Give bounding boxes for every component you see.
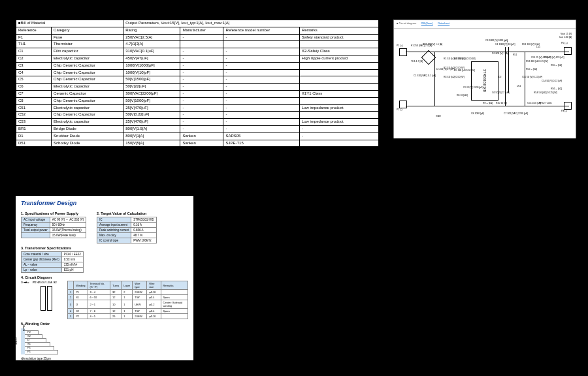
sec1-heading: 1. Specifications of Power Supply bbox=[21, 212, 86, 215]
lbl-vout: Vout 15 [V] bbox=[561, 33, 572, 35]
winding-layer: S2 bbox=[25, 334, 42, 339]
table-row: Frequency50 / 60Hz bbox=[22, 223, 86, 228]
lbl-c52: C52 50 [V] 0.22 [uF] bbox=[522, 76, 542, 78]
bom-col-header: Manufacturer bbox=[180, 27, 223, 34]
schematic-panel: ■ Circuit diagram DB (0mm) Datasheet STR… bbox=[393, 20, 576, 138]
table-row: C2Electrolytic capacitor450[V]47[uF]--Hi… bbox=[16, 55, 379, 62]
bom-output-params: Output Parameters, Vout:15[V], Iout_typ:… bbox=[123, 20, 379, 27]
circuit-mini-diagram: 15.0V/1.00A P2 P1 D ⟶ Vcc S2 NP S bbox=[21, 281, 62, 319]
lbl-th1: TH1 4.7 [Ω] bbox=[411, 60, 423, 63]
sheld-label: Sheld bbox=[22, 324, 25, 331]
table-row: C1Film capacitor310[VAC]0.1[uF]--X2-Safe… bbox=[16, 48, 379, 55]
bom-panel: ■Bill of MaterialOutput Parameters, Vout… bbox=[16, 20, 379, 147]
lbl-r54: R54 5.6 [kΩ] 0.125 [W] bbox=[534, 91, 557, 94]
lbl-u51: U51 bbox=[517, 85, 521, 87]
lbl-c53: C53 25 [V] 470 [uF] bbox=[544, 56, 564, 59]
lbl-p1: P1 (+) bbox=[397, 44, 403, 47]
winding-layer: P2 bbox=[25, 330, 39, 335]
lbl-r4: R4 180 [kΩ] 0.50 [W] bbox=[454, 57, 476, 60]
winding-layer: D bbox=[25, 338, 46, 343]
bom-title: ■Bill of Material bbox=[16, 20, 123, 27]
table-row: C7Ceramic Capacitor300[VAC]2200[pF]--X1Y… bbox=[16, 90, 379, 97]
bom-col-header: Rating bbox=[123, 27, 180, 34]
datasheet-link[interactable]: Datasheet bbox=[438, 22, 449, 25]
lbl-c8: C8 1000 [pF] bbox=[471, 112, 484, 115]
bom-col-header: Reference model number bbox=[223, 27, 299, 34]
table-row: 3D2→1101UEWφ0.2Center: Solenoid winding bbox=[67, 300, 188, 309]
lbl-ps: P5 (+) bbox=[561, 42, 568, 44]
table-row: C52Chip Ceramic Capacitor50[V]0.22[uF]-- bbox=[16, 112, 379, 119]
sec2-heading: 2. Target Value of Calculation bbox=[97, 212, 157, 215]
xfmr-title: Transformer Design bbox=[21, 200, 188, 206]
lbl-br1: BR1 800 [V] 1.5 [A] bbox=[423, 43, 442, 46]
lbl-r3: R3 3.0 [kΩ] 0.50 [W] bbox=[444, 76, 465, 78]
schematic-tab: ■ Circuit diagram bbox=[397, 22, 416, 25]
lbl-pn: P3 (-) bbox=[561, 110, 567, 112]
insulation-note: ※Insulation tape 25µm bbox=[21, 357, 188, 360]
lbl-r53: R53 100 [kΩ 0.25 [W] bbox=[526, 60, 548, 63]
sec3-table: Core material / sizePC40 / EE22Center ga… bbox=[21, 251, 84, 273]
lbl-c6: C6 50 [V] 22 [uF] bbox=[492, 91, 509, 94]
port-p5 bbox=[564, 47, 572, 55]
table-row: BR1Bridge Diode800[V]1.5[A]--- bbox=[16, 125, 379, 133]
lbl-r6: R6 10 [kΩ] bbox=[457, 94, 468, 97]
winding-layer: P1 bbox=[25, 350, 58, 354]
sec4-heading: 4. Circuit Diagram bbox=[21, 275, 188, 279]
sec4-table: WindingTerminal No.(S→F)TurnsLayerWire t… bbox=[67, 281, 188, 319]
table-row: 15.0W(Peak load) bbox=[22, 233, 86, 238]
lbl-t1: T1 bbox=[505, 40, 508, 43]
table-row: C3Chip Ceramic Capacitor1000[V]1000[pF]-… bbox=[16, 62, 379, 69]
lbl-c7: C7 300 [VAC] 2200 [pF] bbox=[504, 112, 528, 115]
lbl-r52: R52 -- [kΩ] bbox=[526, 68, 537, 70]
table-row: WindingTerminal No.(S→F)TurnsLayerWire t… bbox=[67, 281, 188, 290]
table-row: D51Schottky Diode150[V]5[A]SankenSJPE-T1… bbox=[16, 140, 379, 147]
table-row: ICSTR6S161HXD bbox=[97, 217, 157, 223]
bom-col-header: Remarks bbox=[299, 27, 378, 34]
lbl-r55: R55 -- [kΩ] bbox=[551, 64, 562, 67]
port-p1 bbox=[399, 48, 407, 56]
winding-layer: S1 bbox=[25, 342, 50, 347]
lbl-d2: D2 bbox=[498, 76, 501, 78]
bom-col-header: Category bbox=[52, 27, 123, 34]
table-row: TH1Thermister4.7[Ω]3[A] bbox=[16, 41, 379, 48]
lbl-l51: L51 bbox=[536, 46, 540, 48]
table-row: C53Electrolytic capacitor25[V]470[uF]--L… bbox=[16, 119, 379, 126]
table-row: 4S27→6121TIWφ0.43para bbox=[67, 309, 188, 314]
table-row: 2S16→10121TIWφ0.43para bbox=[67, 295, 188, 300]
bom-header-row: ReferenceCategoryRatingManufacturerRefer… bbox=[16, 27, 379, 34]
sec2-table: ICSTR6S161HXDAverage input current0.16 A… bbox=[97, 217, 157, 243]
dim-link[interactable]: DB (0mm) bbox=[421, 22, 433, 25]
table-row: F1Fuse250[VAC]2.5[A]--Safety standard pr… bbox=[16, 34, 379, 41]
sec5-heading: 5. Winding Order bbox=[21, 322, 188, 326]
table-row: 1P13→43222UEWφ0.26 bbox=[67, 290, 188, 295]
lbl-c54: C54 50 [V] 0.22 [uF] bbox=[542, 80, 562, 82]
table-row: C6Electrolytic capacitor50[V]22[uF]-- bbox=[16, 84, 379, 91]
lbl-d1: D1 800 [V] 1 [A] bbox=[492, 52, 508, 55]
lbl-p2: P2 (-) bbox=[397, 108, 402, 111]
table-row: AL – value135 nH/N² bbox=[22, 262, 84, 268]
lbl-r56: R56 -- [kΩ] bbox=[551, 87, 562, 90]
lbl-c5: C5 50 [V] 1500 [pF] bbox=[463, 86, 483, 89]
table-row: C51Electrolytic capacitor25[V]470[uF]--L… bbox=[16, 104, 379, 112]
lbl-r9: R9 -- [kΩ] bbox=[483, 102, 493, 104]
port-p2 bbox=[399, 101, 407, 108]
table-row: 5P24→52612UEWφ0.26 bbox=[67, 314, 188, 319]
ic-chip: STR6S161HXD bbox=[471, 61, 498, 101]
lbl-iout: Iout 1.00 [A] bbox=[559, 36, 572, 39]
lbl-c1: C1 310 [VAC] 0.1 [uF] bbox=[414, 74, 436, 77]
lbl-r10: R10 10 [Ω] bbox=[496, 102, 507, 104]
pin-label: Pin bbox=[193, 351, 197, 354]
winding-order-diagram: CORE P1P1S1DS2P2PinSheld bbox=[21, 328, 188, 354]
table-row: Total output power15.0W(Thermal rating) bbox=[22, 228, 86, 233]
schematic-canvas: STR6S161HXD P1 (+) P2 (-) P5 (+) P3 (-) … bbox=[394, 29, 576, 138]
schematic-toolbar: ■ Circuit diagram DB (0mm) Datasheet bbox=[394, 20, 576, 29]
bridge-diode bbox=[421, 50, 436, 65]
winding-layer: P1 bbox=[25, 346, 54, 351]
transformer-design-panel: Transformer Design 1. Specifications of … bbox=[16, 196, 193, 360]
table-row: Core material / sizePC40 / EE22 bbox=[22, 252, 84, 257]
table-row: C4Chip Ceramic Capacitor1000[V]10[pF]-- bbox=[16, 69, 379, 76]
table-row: C5Chip Ceramic Capacitor50[V]1500[pF]-- bbox=[16, 76, 379, 84]
table-row: D1Snubber Diode800[V]1[A]SankenSARS05- bbox=[16, 133, 379, 140]
table-row: Max. on duty48.7 % bbox=[97, 233, 157, 238]
lbl-gnd: GND bbox=[436, 115, 441, 118]
